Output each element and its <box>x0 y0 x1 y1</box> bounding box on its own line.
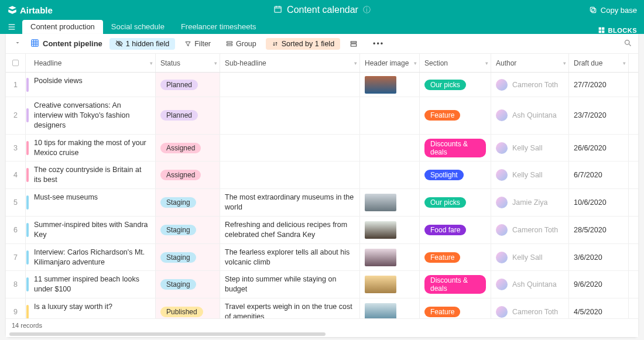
table-row[interactable]: 811 summer inspired beach looks under $1… <box>6 271 638 298</box>
cell-headline[interactable]: Summer-inspired bites with Sandra Key <box>29 217 156 243</box>
column-header-image[interactable]: Header image▾ <box>360 54 420 72</box>
column-header-status[interactable]: Status▾ <box>156 54 220 72</box>
table-row[interactable]: 4The cozy countryside is Britain at its … <box>6 162 638 189</box>
cell-author[interactable]: Cameron Toth <box>491 298 569 318</box>
cell-author[interactable]: Kelly Sall <box>491 135 569 162</box>
blocks-button[interactable]: BLOCKS <box>598 26 637 34</box>
cell-section[interactable]: Feature <box>420 244 491 271</box>
cell-section[interactable]: Spotlight <box>420 162 491 188</box>
cell-section[interactable]: Feature <box>420 298 491 318</box>
group-button[interactable]: Group <box>220 38 262 50</box>
table-row[interactable]: 7Interview: Carlos Richardson's Mt. Kili… <box>6 244 638 272</box>
cell-status[interactable]: Published <box>156 298 220 318</box>
tab-freelancer-timesheets[interactable]: Freelancer timesheets <box>173 20 265 34</box>
table-row[interactable]: 5Must-see museumsStagingThe most extraor… <box>6 189 638 217</box>
cell-headline[interactable]: Is a luxury stay worth it? <box>29 298 156 318</box>
horizontal-scrollbar[interactable] <box>6 331 638 337</box>
cell-subheadline[interactable] <box>220 73 360 97</box>
cell-section[interactable]: Our picks <box>420 189 491 216</box>
cell-header-image[interactable] <box>360 217 420 243</box>
cell-status[interactable]: Staging <box>156 217 220 243</box>
cell-section[interactable]: Food fare <box>420 217 491 243</box>
cell-headline[interactable]: Must-see museums <box>29 189 156 216</box>
cell-section[interactable]: Discounts & deals <box>420 135 491 162</box>
cell-author[interactable]: Kelly Sall <box>491 162 569 188</box>
table-row[interactable]: 1Poolside viewsPlannedOur picksCameron T… <box>6 73 638 97</box>
cell-header-image[interactable] <box>360 244 420 271</box>
cell-draft-due[interactable]: 28/5/2020 <box>569 217 629 243</box>
cell-author[interactable]: Cameron Toth <box>491 217 569 243</box>
base-title-area[interactable]: Content calendar ⓘ <box>273 5 371 16</box>
column-header-draftdue[interactable]: Draft due▾ <box>569 54 629 72</box>
cell-subheadline[interactable]: The fearless explorer tells all about hi… <box>220 244 360 271</box>
menu-icon[interactable] <box>7 20 16 34</box>
cell-subheadline[interactable]: Refreshing and delicious recipes from ce… <box>220 217 360 243</box>
filter-button[interactable]: Filter <box>179 38 217 50</box>
view-switcher[interactable]: Content pipeline <box>27 36 106 51</box>
cell-author[interactable]: Cameron Toth <box>491 73 569 97</box>
cell-draft-due[interactable]: 6/7/2020 <box>569 162 629 188</box>
row-number: 3 <box>6 135 26 162</box>
cell-subheadline[interactable]: The most extraordinary museums in the wo… <box>220 189 360 216</box>
copy-base-button[interactable]: Copy base <box>589 6 637 15</box>
app-logo[interactable]: Airtable <box>7 5 53 15</box>
sort-button[interactable]: Sorted by 1 field <box>266 38 340 50</box>
cell-section[interactable]: Discounts & deals <box>420 271 491 298</box>
cell-author[interactable]: Ash Quintana <box>491 97 569 134</box>
cell-subheadline[interactable] <box>220 97 360 134</box>
select-all-checkbox[interactable] <box>6 54 26 72</box>
cell-author[interactable]: Ash Quintana <box>491 271 569 298</box>
cell-header-image[interactable] <box>360 73 420 97</box>
table-row[interactable]: 310 tips for making the most of your Mex… <box>6 135 638 162</box>
column-header-headline[interactable]: Headline▾ <box>29 54 156 72</box>
cell-draft-due[interactable]: 10/6/2020 <box>569 189 629 216</box>
table-row[interactable]: 2Creative conversations: An interview wi… <box>6 97 638 135</box>
cell-headline[interactable]: Poolside views <box>29 73 156 97</box>
cell-status[interactable]: Staging <box>156 189 220 216</box>
cell-author[interactable]: Jamie Ziya <box>491 189 569 216</box>
cell-status[interactable]: Assigned <box>156 135 220 162</box>
cell-section[interactable]: Feature <box>420 97 491 134</box>
cell-draft-due[interactable]: 4/5/2020 <box>569 298 629 318</box>
cell-section[interactable]: Our picks <box>420 73 491 97</box>
cell-subheadline[interactable]: Step into summer while staying on budget <box>220 271 360 298</box>
info-icon[interactable]: ⓘ <box>363 5 371 15</box>
cell-draft-due[interactable]: 26/6/2020 <box>569 135 629 162</box>
column-header-author[interactable]: Author▾ <box>491 54 569 72</box>
tab-social-schedule[interactable]: Social schedule <box>103 20 173 34</box>
cell-header-image[interactable] <box>360 189 420 216</box>
cell-headline[interactable]: The cozy countryside is Britain at its b… <box>29 162 156 188</box>
cell-status[interactable]: Assigned <box>156 162 220 188</box>
table-row[interactable]: 6Summer-inspired bites with Sandra KeySt… <box>6 217 638 244</box>
cell-header-image[interactable] <box>360 162 420 188</box>
cell-draft-due[interactable]: 27/7/2020 <box>569 73 629 97</box>
cell-subheadline[interactable] <box>220 162 360 188</box>
cell-header-image[interactable] <box>360 271 420 298</box>
cell-draft-due[interactable]: 23/7/2020 <box>569 97 629 134</box>
cell-subheadline[interactable]: Travel experts weigh in on the true cost… <box>220 298 360 318</box>
cell-header-image[interactable] <box>360 135 420 162</box>
tab-content-production[interactable]: Content production <box>22 20 103 34</box>
column-header-section[interactable]: Section▾ <box>420 54 491 72</box>
cell-headline[interactable]: 11 summer inspired beach looks under $10… <box>29 271 156 298</box>
cell-status[interactable]: Staging <box>156 271 220 298</box>
cell-headline[interactable]: 10 tips for making the most of your Mexi… <box>29 135 156 162</box>
column-header-subheadline[interactable]: Sub-headline▾ <box>220 54 360 72</box>
cell-status[interactable]: Staging <box>156 244 220 271</box>
cell-headline[interactable]: Interview: Carlos Richardson's Mt. Kilim… <box>29 244 156 271</box>
cell-header-image[interactable] <box>360 97 420 134</box>
cell-headline[interactable]: Creative conversations: An interview wit… <box>29 97 156 134</box>
search-icon[interactable] <box>624 39 632 49</box>
cell-subheadline[interactable] <box>220 135 360 162</box>
cell-draft-due[interactable]: 3/6/2020 <box>569 244 629 271</box>
hidden-fields-button[interactable]: 1 hidden field <box>109 38 175 50</box>
cell-status[interactable]: Planned <box>156 97 220 134</box>
cell-draft-due[interactable]: 9/6/2020 <box>569 271 629 298</box>
more-options-button[interactable]: ••• <box>367 38 390 50</box>
views-sidebar-toggle[interactable] <box>12 38 23 49</box>
cell-author[interactable]: Kelly Sall <box>491 244 569 271</box>
cell-status[interactable]: Planned <box>156 73 220 97</box>
table-row[interactable]: 9Is a luxury stay worth it?PublishedTrav… <box>6 298 638 318</box>
row-height-button[interactable] <box>344 38 364 50</box>
cell-header-image[interactable] <box>360 298 420 318</box>
